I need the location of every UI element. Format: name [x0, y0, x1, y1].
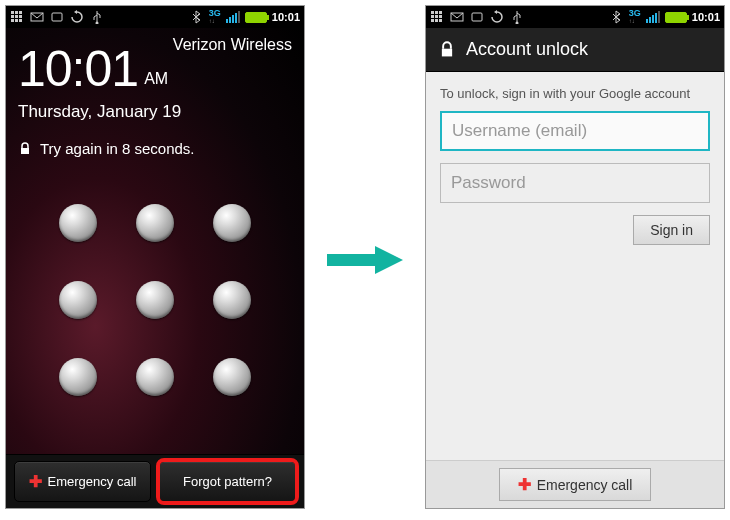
sign-in-label: Sign in	[650, 222, 693, 238]
lock-icon	[438, 41, 456, 59]
pattern-dot[interactable]	[213, 281, 251, 319]
svg-rect-20	[439, 15, 442, 18]
svg-rect-1	[15, 11, 18, 14]
account-unlock-screen: 3G↑↓ 10:01 Account unlock To unlock, sig…	[425, 5, 725, 509]
emergency-call-button[interactable]: ✚ Emergency call	[499, 468, 652, 501]
bluetooth-icon	[610, 10, 624, 24]
svg-rect-13	[327, 254, 377, 266]
svg-rect-10	[52, 13, 62, 21]
pattern-dot[interactable]	[213, 204, 251, 242]
svg-rect-7	[15, 19, 18, 22]
forgot-pattern-label: Forgot pattern?	[183, 474, 272, 489]
svg-rect-8	[19, 19, 22, 22]
pattern-dot[interactable]	[213, 358, 251, 396]
signal-icon	[646, 11, 660, 23]
pattern-dot[interactable]	[136, 358, 174, 396]
status-time: 10:01	[692, 11, 720, 23]
svg-rect-22	[435, 19, 438, 22]
username-placeholder: Username (email)	[452, 121, 587, 141]
grid-icon	[430, 10, 444, 24]
pattern-grid[interactable]	[40, 185, 270, 415]
sync-icon	[490, 10, 504, 24]
unlock-body: To unlock, sign in with your Google acco…	[426, 72, 724, 460]
svg-rect-19	[435, 15, 438, 18]
status-time: 10:01	[272, 11, 300, 23]
username-field[interactable]: Username (email)	[440, 111, 710, 151]
svg-marker-14	[375, 246, 403, 274]
pattern-dot[interactable]	[59, 204, 97, 242]
status-bar: 3G↑↓ 10:01	[426, 6, 724, 28]
signal-icon	[226, 11, 240, 23]
emergency-call-label: Emergency call	[537, 477, 633, 493]
emergency-bar: ✚ Emergency call	[426, 460, 724, 508]
usb-icon	[510, 10, 524, 24]
lock-message-text: Try again in 8 seconds.	[40, 140, 195, 157]
sync-icon	[70, 10, 84, 24]
svg-rect-16	[435, 11, 438, 14]
lock-screen: 3G↑↓ 10:01 Verizon Wireless 10:01 AM Thu…	[5, 5, 305, 509]
plus-icon: ✚	[518, 475, 531, 494]
pattern-dot[interactable]	[59, 281, 97, 319]
arrow-icon	[325, 242, 405, 278]
emergency-call-button[interactable]: ✚ Emergency call	[14, 461, 151, 502]
clock-time: 10:01	[18, 40, 138, 98]
usb-icon	[90, 10, 104, 24]
network-type: 3G↑↓	[629, 9, 641, 25]
battery-icon	[665, 12, 687, 23]
battery-icon	[245, 12, 267, 23]
pattern-dot[interactable]	[59, 358, 97, 396]
svg-rect-18	[431, 15, 434, 18]
card-icon	[50, 10, 64, 24]
flow-arrow	[305, 0, 425, 520]
pattern-dot[interactable]	[136, 281, 174, 319]
svg-rect-3	[11, 15, 14, 18]
svg-rect-0	[11, 11, 14, 14]
forgot-pattern-button[interactable]: Forgot pattern?	[159, 461, 296, 502]
svg-point-11	[96, 22, 99, 25]
mail-icon	[30, 10, 44, 24]
lock-message: Try again in 8 seconds.	[18, 140, 292, 157]
date-label: Thursday, January 19	[18, 102, 292, 122]
svg-rect-2	[19, 11, 22, 14]
svg-rect-5	[19, 15, 22, 18]
title-bar: Account unlock	[426, 28, 724, 72]
bluetooth-icon	[190, 10, 204, 24]
network-type: 3G↑↓	[209, 9, 221, 25]
svg-rect-21	[431, 19, 434, 22]
svg-rect-27	[442, 48, 452, 56]
svg-rect-12	[21, 148, 29, 154]
lock-body: Verizon Wireless 10:01 AM Thursday, Janu…	[6, 28, 304, 454]
svg-rect-25	[472, 13, 482, 21]
card-icon	[470, 10, 484, 24]
svg-point-26	[516, 22, 519, 25]
grid-icon	[10, 10, 24, 24]
svg-rect-4	[15, 15, 18, 18]
svg-rect-6	[11, 19, 14, 22]
clock-ampm: AM	[144, 70, 168, 98]
svg-rect-23	[439, 19, 442, 22]
instruction-text: To unlock, sign in with your Google acco…	[440, 86, 710, 101]
svg-rect-15	[431, 11, 434, 14]
mail-icon	[450, 10, 464, 24]
page-title: Account unlock	[466, 39, 588, 60]
pattern-dot[interactable]	[136, 204, 174, 242]
password-field[interactable]: Password	[440, 163, 710, 203]
password-placeholder: Password	[451, 173, 526, 193]
status-bar: 3G↑↓ 10:01	[6, 6, 304, 28]
sign-in-button[interactable]: Sign in	[633, 215, 710, 245]
lock-icon	[18, 142, 32, 156]
emergency-call-label: Emergency call	[48, 474, 137, 489]
bottom-bar: ✚ Emergency call Forgot pattern?	[6, 454, 304, 508]
svg-rect-17	[439, 11, 442, 14]
plus-icon: ✚	[29, 472, 42, 491]
